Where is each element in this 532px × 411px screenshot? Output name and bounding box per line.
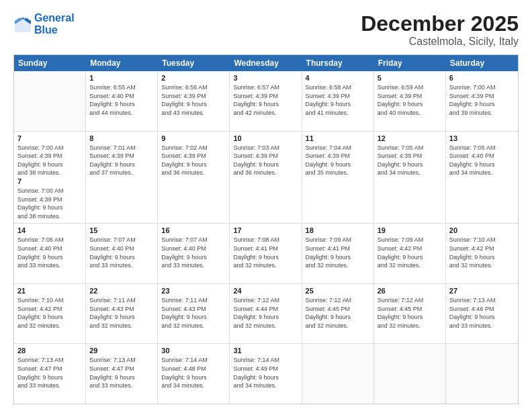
cell-info: Sunrise: 7:14 AM Sunset: 4:49 PM Dayligh… (233, 356, 298, 390)
cell-info: Sunrise: 7:04 AM Sunset: 4:39 PM Dayligh… (306, 144, 370, 177)
cell-info: Sunrise: 7:03 AM Sunset: 4:39 PM Dayligh… (233, 144, 298, 177)
day-number: 7 (17, 177, 82, 185)
day-number: 24 (233, 287, 298, 295)
header: General Blue December 2025 Castelmola, S… (13, 12, 519, 48)
cell-info: Sunrise: 7:08 AM Sunset: 4:41 PM Dayligh… (233, 236, 298, 269)
calendar-cell: 2Sunrise: 6:56 AM Sunset: 4:39 PM Daylig… (158, 71, 230, 131)
day-number: 1 (89, 74, 154, 82)
day-number: 20 (449, 226, 515, 234)
logo-text: General Blue (34, 12, 75, 36)
calendar-header: Sunday Monday Tuesday Wednesday Thursday… (14, 55, 518, 71)
calendar-cell: 4Sunrise: 6:58 AM Sunset: 4:39 PM Daylig… (302, 71, 374, 131)
day-number: 6 (449, 74, 515, 82)
day-number: 12 (378, 134, 442, 142)
calendar-row-3: 14Sunrise: 7:06 AM Sunset: 4:40 PM Dayli… (14, 224, 518, 284)
day-number: 23 (161, 287, 226, 295)
day-number: 25 (306, 287, 370, 295)
logo: General Blue (13, 12, 75, 36)
cell-info: Sunrise: 7:01 AM Sunset: 4:39 PM Dayligh… (89, 144, 154, 177)
calendar: Sunday Monday Tuesday Wednesday Thursday… (13, 54, 519, 404)
calendar-cell: 26Sunrise: 7:12 AM Sunset: 4:45 PM Dayli… (374, 284, 446, 344)
cell-info: Sunrise: 7:12 AM Sunset: 4:44 PM Dayligh… (233, 296, 298, 330)
calendar-cell: 1Sunrise: 6:55 AM Sunset: 4:40 PM Daylig… (86, 71, 158, 131)
calendar-cell (14, 71, 86, 131)
cell-info: Sunrise: 7:05 AM Sunset: 4:40 PM Dayligh… (449, 144, 515, 177)
cell-info: Sunrise: 7:11 AM Sunset: 4:43 PM Dayligh… (161, 296, 226, 330)
calendar-cell: 22Sunrise: 7:11 AM Sunset: 4:43 PM Dayli… (86, 284, 158, 344)
day-number: 3 (233, 74, 298, 82)
calendar-row-2: 7Sunrise: 7:00 AM Sunset: 4:39 PM Daylig… (14, 132, 518, 224)
day-number: 9 (161, 134, 226, 142)
calendar-cell: 19Sunrise: 7:09 AM Sunset: 4:42 PM Dayli… (374, 224, 446, 283)
calendar-row-4: 21Sunrise: 7:10 AM Sunset: 4:42 PM Dayli… (14, 284, 518, 345)
cell-info: Sunrise: 7:13 AM Sunset: 4:46 PM Dayligh… (449, 296, 515, 330)
cell-info: Sunrise: 7:06 AM Sunset: 4:40 PM Dayligh… (17, 236, 82, 269)
day-number: 5 (378, 74, 442, 82)
cell-info: Sunrise: 7:12 AM Sunset: 4:45 PM Dayligh… (306, 296, 370, 330)
calendar-cell: 10Sunrise: 7:03 AM Sunset: 4:39 PM Dayli… (230, 132, 302, 224)
calendar-cell: 30Sunrise: 7:14 AM Sunset: 4:48 PM Dayli… (158, 344, 230, 404)
calendar-cell: 23Sunrise: 7:11 AM Sunset: 4:43 PM Dayli… (158, 284, 230, 344)
calendar-cell: 18Sunrise: 7:09 AM Sunset: 4:41 PM Dayli… (302, 224, 374, 283)
cell-info: Sunrise: 7:14 AM Sunset: 4:48 PM Dayligh… (161, 356, 226, 390)
title-block: December 2025 Castelmola, Sicily, Italy (361, 12, 519, 48)
month-title: December 2025 (361, 12, 519, 36)
calendar-cell: 29Sunrise: 7:13 AM Sunset: 4:47 PM Dayli… (86, 344, 158, 404)
calendar-cell (374, 344, 446, 404)
day-number: 21 (17, 287, 82, 295)
day-number: 2 (161, 74, 226, 82)
header-wednesday: Wednesday (230, 55, 302, 71)
cell-info: Sunrise: 7:09 AM Sunset: 4:42 PM Dayligh… (378, 236, 442, 269)
calendar-cell: 14Sunrise: 7:06 AM Sunset: 4:40 PM Dayli… (14, 224, 86, 283)
calendar-cell: 13Sunrise: 7:05 AM Sunset: 4:40 PM Dayli… (446, 132, 518, 224)
cell-info: Sunrise: 7:13 AM Sunset: 4:47 PM Dayligh… (89, 356, 154, 390)
day-number: 11 (306, 134, 370, 142)
cell-info: Sunrise: 7:11 AM Sunset: 4:43 PM Dayligh… (89, 296, 154, 330)
calendar-body: 1Sunrise: 6:55 AM Sunset: 4:40 PM Daylig… (14, 71, 518, 404)
calendar-cell: 8Sunrise: 7:01 AM Sunset: 4:39 PM Daylig… (86, 132, 158, 224)
location: Castelmola, Sicily, Italy (361, 36, 519, 48)
calendar-cell: 12Sunrise: 7:05 AM Sunset: 4:39 PM Dayli… (374, 132, 446, 224)
cell-info: Sunrise: 6:57 AM Sunset: 4:39 PM Dayligh… (233, 83, 298, 117)
calendar-cell: 3Sunrise: 6:57 AM Sunset: 4:39 PM Daylig… (230, 71, 302, 131)
day-number: 27 (449, 287, 515, 295)
calendar-cell: 21Sunrise: 7:10 AM Sunset: 4:42 PM Dayli… (14, 284, 86, 344)
cell-info: Sunrise: 7:02 AM Sunset: 4:39 PM Dayligh… (161, 144, 226, 177)
day-number: 16 (161, 226, 226, 234)
day-number: 26 (378, 287, 442, 295)
header-tuesday: Tuesday (158, 55, 230, 71)
calendar-cell (302, 344, 374, 404)
day-number: 17 (233, 226, 298, 234)
day-number: 30 (161, 347, 226, 355)
cell-info: Sunrise: 7:10 AM Sunset: 4:42 PM Dayligh… (17, 296, 82, 330)
cell-info: Sunrise: 7:00 AM Sunset: 4:39 PM Dayligh… (17, 187, 82, 220)
day-number: 28 (17, 347, 82, 355)
calendar-cell: 9Sunrise: 7:02 AM Sunset: 4:39 PM Daylig… (158, 132, 230, 224)
calendar-cell: 24Sunrise: 7:12 AM Sunset: 4:44 PM Dayli… (230, 284, 302, 344)
day-number: 8 (89, 134, 154, 142)
calendar-cell: 7Sunrise: 7:00 AM Sunset: 4:39 PM Daylig… (14, 132, 86, 224)
logo-icon (13, 15, 32, 34)
calendar-cell: 25Sunrise: 7:12 AM Sunset: 4:45 PM Dayli… (302, 284, 374, 344)
cell-info: Sunrise: 6:59 AM Sunset: 4:39 PM Dayligh… (378, 83, 442, 117)
calendar-cell: 6Sunrise: 7:00 AM Sunset: 4:39 PM Daylig… (446, 71, 518, 131)
calendar-cell: 31Sunrise: 7:14 AM Sunset: 4:49 PM Dayli… (230, 344, 302, 404)
calendar-row-1: 1Sunrise: 6:55 AM Sunset: 4:40 PM Daylig… (14, 71, 518, 132)
calendar-cell: 27Sunrise: 7:13 AM Sunset: 4:46 PM Dayli… (446, 284, 518, 344)
calendar-cell: 15Sunrise: 7:07 AM Sunset: 4:40 PM Dayli… (86, 224, 158, 283)
day-number: 13 (449, 134, 515, 142)
day-number: 29 (89, 347, 154, 355)
calendar-cell: 16Sunrise: 7:07 AM Sunset: 4:40 PM Dayli… (158, 224, 230, 283)
cell-info: Sunrise: 6:55 AM Sunset: 4:40 PM Dayligh… (89, 83, 154, 117)
cell-info: Sunrise: 6:56 AM Sunset: 4:39 PM Dayligh… (161, 83, 226, 117)
calendar-cell: 5Sunrise: 6:59 AM Sunset: 4:39 PM Daylig… (374, 71, 446, 131)
header-saturday: Saturday (446, 55, 518, 71)
cell-info: Sunrise: 7:13 AM Sunset: 4:47 PM Dayligh… (17, 356, 82, 390)
cell-info: Sunrise: 7:07 AM Sunset: 4:40 PM Dayligh… (89, 236, 154, 269)
calendar-cell: 17Sunrise: 7:08 AM Sunset: 4:41 PM Dayli… (230, 224, 302, 283)
page: General Blue December 2025 Castelmola, S… (0, 0, 532, 411)
day-number: 14 (17, 226, 82, 234)
calendar-cell: 28Sunrise: 7:13 AM Sunset: 4:47 PM Dayli… (14, 344, 86, 404)
calendar-cell: 11Sunrise: 7:04 AM Sunset: 4:39 PM Dayli… (302, 132, 374, 224)
cell-info: Sunrise: 7:00 AM Sunset: 4:39 PM Dayligh… (17, 144, 82, 177)
